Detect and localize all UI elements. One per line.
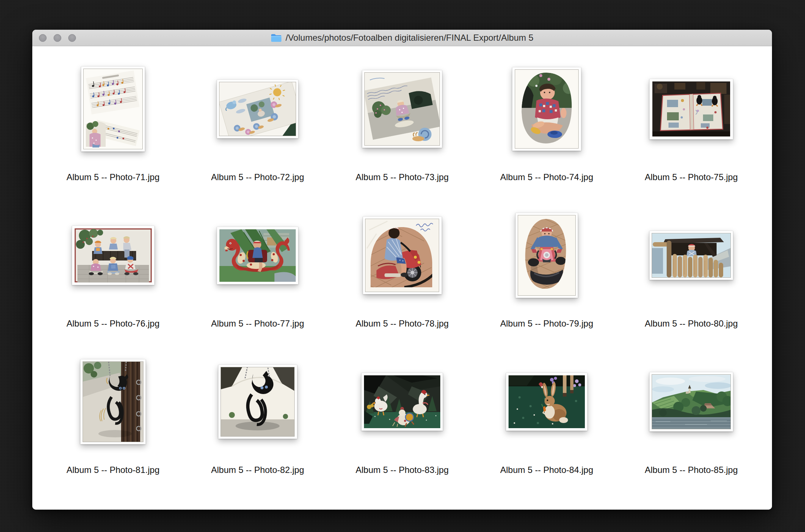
photo-item: Album 5 -- Photo-72.jpg (185, 46, 330, 193)
desktop: { "window": { "title": "/Volumes/photos/… (0, 0, 805, 532)
photo-thumbnail-78[interactable] (363, 216, 442, 294)
photo-thumbnail-83[interactable] (361, 373, 443, 431)
minimize-button[interactable] (54, 34, 61, 42)
photo-item: Album 5 -- Photo-79.jpg (474, 193, 619, 339)
photo-item: Album 5 -- Photo-85.jpg (619, 339, 764, 485)
photo-item: Album 5 -- Photo-83.jpg (330, 339, 474, 485)
photo-thumbnail-75[interactable] (649, 79, 733, 139)
photo-thumbnail-82[interactable] (218, 365, 297, 439)
photo-item: Album 5 -- Photo-77.jpg (185, 193, 330, 339)
photo-filename[interactable]: Album 5 -- Photo-77.jpg (211, 318, 304, 329)
photo-filename[interactable]: Album 5 -- Photo-73.jpg (356, 172, 448, 183)
photo-filename[interactable]: Album 5 -- Photo-74.jpg (500, 172, 593, 183)
photo-grid: Album 5 -- Photo-71.jpg (32, 46, 772, 485)
photo-83-image (364, 375, 440, 428)
photo-filename[interactable]: Album 5 -- Photo-81.jpg (66, 464, 159, 475)
photo-78-image (365, 219, 439, 292)
photo-thumbnail-81[interactable] (80, 359, 146, 444)
photo-filename[interactable]: Album 5 -- Photo-76.jpg (66, 318, 159, 329)
photo-77-image (219, 229, 296, 282)
close-button[interactable] (39, 34, 47, 42)
photo-filename[interactable]: Album 5 -- Photo-72.jpg (211, 172, 304, 183)
photo-item: Album 5 -- Photo-82.jpg (185, 339, 330, 485)
photo-item: Album 5 -- Photo-78.jpg (330, 193, 474, 339)
photo-filename[interactable]: Album 5 -- Photo-78.jpg (356, 318, 448, 329)
photo-item: Album 5 -- Photo-81.jpg (41, 339, 185, 485)
zoom-button[interactable] (68, 34, 76, 42)
photo-filename[interactable]: Album 5 -- Photo-83.jpg (356, 464, 448, 475)
photo-item: Album 5 -- Photo-73.jpg (330, 46, 474, 193)
photo-79-image (518, 215, 575, 295)
finder-preview-window: /Volumes/photos/Fotoalben digitalisieren… (32, 30, 772, 510)
photo-item: Album 5 -- Photo-74.jpg (474, 46, 619, 193)
photo-82-image (221, 367, 294, 436)
photo-75-image (652, 81, 730, 136)
photo-filename[interactable]: Album 5 -- Photo-85.jpg (645, 464, 737, 475)
window-titlebar[interactable]: /Volumes/photos/Fotoalben digitalisieren… (32, 30, 772, 46)
photo-filename[interactable]: Album 5 -- Photo-80.jpg (645, 318, 737, 329)
photo-filename[interactable]: Album 5 -- Photo-79.jpg (500, 318, 593, 329)
photo-filename[interactable]: Album 5 -- Photo-84.jpg (500, 464, 593, 475)
photo-thumbnail-71[interactable] (81, 66, 145, 152)
photo-thumbnail-77[interactable] (217, 227, 298, 284)
traffic-lights (32, 34, 76, 42)
photo-85-image (652, 375, 731, 429)
photo-thumbnail-73[interactable] (362, 70, 442, 148)
photo-item: Album 5 -- Photo-80.jpg (619, 193, 764, 339)
photo-73-image (365, 73, 440, 145)
photo-filename[interactable]: Album 5 -- Photo-75.jpg (645, 172, 737, 183)
photo-thumbnail-79[interactable] (516, 213, 578, 298)
photo-71-image (84, 69, 142, 149)
photo-thumbnail-84[interactable] (506, 373, 587, 431)
window-title-area: /Volumes/photos/Fotoalben digitalisieren… (32, 30, 772, 46)
photo-thumbnail-72[interactable] (217, 80, 298, 138)
photo-72-image (219, 82, 296, 136)
folder-content: Album 5 -- Photo-71.jpg (32, 46, 772, 510)
folder-icon[interactable] (271, 33, 282, 43)
photo-item: Album 5 -- Photo-76.jpg (41, 193, 185, 339)
photo-item: Album 5 -- Photo-75.jpg (619, 46, 764, 193)
photo-81-image (83, 362, 143, 442)
window-title: /Volumes/photos/Fotoalben digitalisieren… (285, 33, 533, 43)
photo-item: Album 5 -- Photo-84.jpg (474, 339, 619, 485)
photo-filename[interactable]: Album 5 -- Photo-71.jpg (66, 172, 159, 183)
photo-84-image (509, 375, 585, 428)
photo-thumbnail-85[interactable] (649, 372, 733, 431)
photo-76-image (74, 228, 152, 283)
photo-thumbnail-76[interactable] (72, 226, 154, 285)
photo-thumbnail-74[interactable] (512, 67, 581, 151)
photo-80-image (652, 233, 731, 277)
photo-thumbnail-80[interactable] (649, 231, 733, 280)
photo-filename[interactable]: Album 5 -- Photo-82.jpg (211, 464, 304, 475)
photo-74-image (515, 70, 578, 148)
photo-item: Album 5 -- Photo-71.jpg (41, 46, 185, 193)
